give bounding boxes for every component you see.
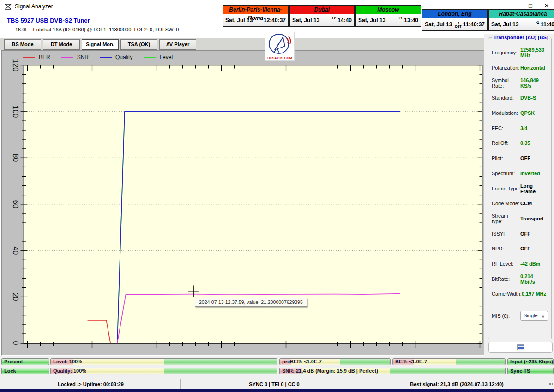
gauge-preber: preBER: <1.0E-7 <box>279 358 391 365</box>
clock-3: London, EngSat, Jul 13-1DST11:40:37 <box>422 9 488 31</box>
svg-text:120: 120 <box>12 59 19 71</box>
field-value: OFF <box>520 231 530 237</box>
clock-offset: -1 <box>536 18 539 24</box>
svg-text:60: 60 <box>12 200 19 208</box>
field-value: Inverted <box>520 171 540 176</box>
field-value: DVB-S <box>520 95 536 101</box>
clock-city: Berlin-Paris-Vienna-Roma <box>223 5 289 14</box>
transponder-row: Frequency:12589,530 MHz <box>488 45 551 60</box>
field-label: Standard: <box>492 95 520 101</box>
field-value: 146,849 KS/s <box>520 77 548 89</box>
field-label: Spectrum: <box>492 171 520 176</box>
mis-row: MIS (0): Single ▼ <box>488 311 551 321</box>
field-label: Symbol Rate: <box>492 77 520 89</box>
clock-4: Rabat-CasablancaSat, Jul 13-111:40 <box>488 9 554 31</box>
field-label: Code Mode: <box>492 201 520 206</box>
transponder-row: RF Level:-42 dBm <box>488 256 551 272</box>
right-panel: Transponder (AU) [BS] Frequency:12589,53… <box>484 34 554 392</box>
field-value: Long Frame <box>520 183 548 194</box>
field-label: Polarization: <box>492 65 520 71</box>
field-value: Transport <box>520 216 544 221</box>
field-value: CCM <box>520 201 532 206</box>
tab-dt-mode[interactable]: DT Mode <box>43 39 80 50</box>
gauge-level: Level: 100% <box>50 358 277 365</box>
field-label: FEC: <box>492 125 520 131</box>
clock-time-row: Sat, Jul 13+113:40 <box>355 14 421 27</box>
tab-av-player[interactable]: AV Player <box>159 39 196 50</box>
field-value: OFF <box>520 246 530 251</box>
clock-time-row: Sat, Jul 13+214:40 <box>289 14 355 27</box>
status-cell-1: SYNC 0 | TEI 0 | CC 0 <box>181 379 367 389</box>
field-label: Frame Type: <box>492 186 520 191</box>
svg-text:80: 80 <box>12 154 19 162</box>
logo-text: DXSATCS.COM <box>265 56 294 59</box>
clock-date: Sat, Jul 13 <box>225 17 253 24</box>
transponder-row: Standard:DVB-S <box>488 90 551 106</box>
gauge-snr: SNR: 21,4 dB (Margin: 15,9 dB | Perfect) <box>279 368 506 374</box>
clock-date: Sat, Jul 13 <box>491 21 518 28</box>
field-value: 0,197 MHz <box>522 291 546 297</box>
field-label: RF Level: <box>492 261 520 267</box>
transponder-row: FEC:3/4 <box>488 120 551 136</box>
mis-label: MIS (0): <box>492 313 520 319</box>
transponder-row: Modulation:QPSK <box>488 106 551 121</box>
field-label: Modulation: <box>492 110 520 116</box>
transponder-row: RollOff:0.35 <box>488 136 551 151</box>
clock-offset: +2 <box>331 14 336 20</box>
clock-city: Dubai <box>289 5 355 14</box>
signal-chart[interactable]: 020406080100120 <box>2 51 485 356</box>
status-cell-0: Locked -> Uptime: 00:03:29 <box>1 379 181 389</box>
field-value: 12589,530 MHz <box>520 47 548 58</box>
clock-time: 14:40 <box>337 17 352 24</box>
dxsatcs-logo: DXSATCS.COM <box>265 32 295 61</box>
transponder-row: ISSYIOFF <box>488 226 551 241</box>
bottom-strip <box>0 389 554 392</box>
clock-time-row: Sat, Jul 13-1DST11:40:37 <box>422 18 488 31</box>
clock-city: London, Eng <box>422 9 488 18</box>
field-label: RollOff: <box>492 140 520 146</box>
clock-2: MoscowSat, Jul 13+113:40 <box>355 5 421 27</box>
clock-date: Sat, Jul 13 <box>292 17 319 24</box>
list-icon <box>517 344 524 350</box>
clock-city: Rabat-Casablanca <box>488 9 554 18</box>
clock-offset: +1 <box>398 14 403 20</box>
mis-dropdown[interactable]: Single ▼ <box>520 311 548 321</box>
transponder-row: Code Mode:CCM <box>488 196 551 211</box>
resize-grip[interactable] <box>549 383 553 387</box>
transponder-row: Polarization:Horizontal <box>488 60 551 76</box>
tab-bar: BS ModeDT ModeSignal Mon.TSA (OK)AV Play… <box>0 38 484 50</box>
clock-city: Moscow <box>355 5 421 14</box>
app-icon <box>4 3 12 11</box>
field-value: QPSK <box>520 110 535 116</box>
transponder-title: Transponder (AU) [BS] <box>492 35 550 40</box>
status-cell-2: Best signal: 21,3 dB (2024-07-13 12:40) <box>368 379 546 389</box>
device-subtitle: 16.0E - Eutelsat 16A (ID: 0160) @ LOF1: … <box>15 27 179 32</box>
field-label: Frequency: <box>492 50 520 55</box>
svg-text:40: 40 <box>12 246 19 255</box>
field-value: 0.35 <box>520 140 530 146</box>
mis-value: Single <box>524 313 538 318</box>
clock-time-row: Sat, Jul 13-111:40 <box>488 18 554 31</box>
field-label: Pilot: <box>492 155 520 161</box>
transponder-row: Frame Type:Long Frame <box>488 181 551 196</box>
transponder-row: Spectrum:Inverted <box>488 166 551 181</box>
tab-tsa-ok-[interactable]: TSA (OK) <box>120 39 157 50</box>
transport-list-button[interactable] <box>488 342 553 353</box>
window-title: Signal Analyzer <box>15 3 53 10</box>
transponder-row: NPD:OFF <box>488 241 551 256</box>
transponder-row: Pilot:OFF <box>488 151 551 166</box>
clock-time: 11:40 <box>541 21 554 28</box>
clock-time: 13:40 <box>404 17 418 24</box>
field-value: Horizontal <box>520 65 545 71</box>
field-label: Stream type: <box>492 213 520 224</box>
chevron-down-icon: ▼ <box>541 313 545 321</box>
transponder-row: CarrierWidth:0,197 MHz <box>488 286 551 302</box>
clock-time: 11:40:37 <box>463 21 485 28</box>
tab-bs-mode[interactable]: BS Mode <box>4 39 41 50</box>
gauge-quality: Quality: 100% <box>50 368 277 374</box>
field-label: ISSYI <box>492 231 520 237</box>
field-value: -42 dBm <box>520 261 540 267</box>
tab-signal-mon-[interactable]: Signal Mon. <box>82 39 119 50</box>
clock-dst-offset: -1DST <box>455 22 462 28</box>
clock-date: Sat, Jul 13 <box>358 17 385 24</box>
